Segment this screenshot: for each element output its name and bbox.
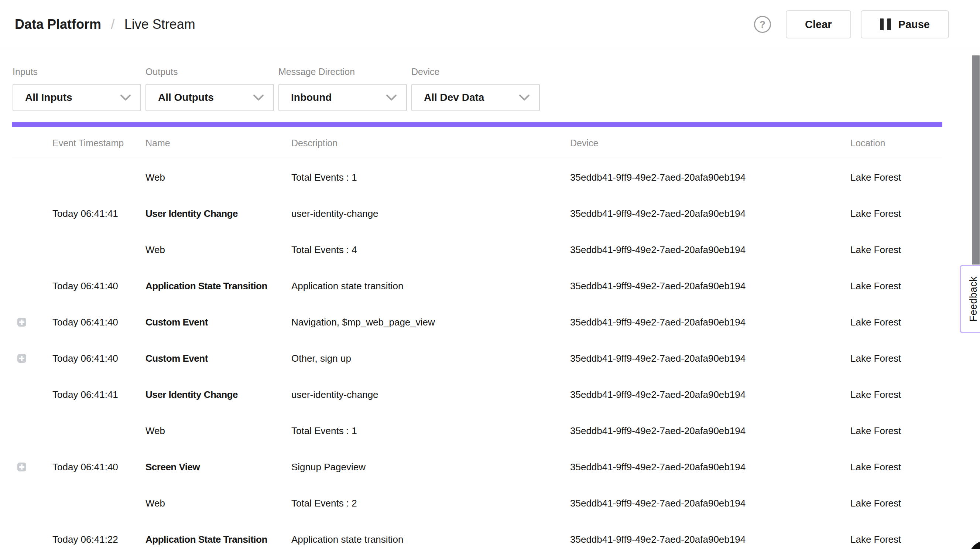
table-row[interactable]: Web Total Events : 2 35eddb41-9ff9-49e2-…	[12, 485, 942, 521]
table-row[interactable]: Web Total Events : 1 35eddb41-9ff9-49e2-…	[12, 413, 942, 449]
breadcrumb: Data Platform / Live Stream	[15, 17, 195, 32]
expand-plus-icon[interactable]	[18, 354, 26, 363]
event-location-cell: Lake Forest	[850, 461, 942, 473]
column-header-device: Device	[570, 138, 850, 148]
event-description-cell: Total Events : 1	[291, 425, 570, 437]
event-name-cell: Web	[145, 172, 291, 183]
event-description-cell: Total Events : 2	[291, 498, 570, 509]
table-row[interactable]: Today 06:41:40 Application State Transit…	[12, 268, 942, 304]
event-device-cell: 35eddb41-9ff9-49e2-7aed-20afa90eb194	[570, 389, 850, 401]
event-description-cell: Navigation, $mp_web_page_view	[291, 317, 570, 328]
header-actions: ? Clear Pause	[754, 10, 949, 38]
event-timestamp-cell: Today 06:41:40	[52, 353, 145, 364]
event-description-cell: Total Events : 4	[291, 244, 570, 256]
device-dropdown[interactable]: All Dev Data	[411, 84, 540, 111]
message-direction-dropdown[interactable]: Inbound	[278, 84, 407, 111]
breadcrumb-data-platform[interactable]: Data Platform	[15, 17, 101, 32]
expand-cell	[12, 318, 52, 327]
event-name-cell: Custom Event	[145, 353, 291, 364]
column-header-event-timestamp: Event Timestamp	[52, 138, 145, 148]
event-name-cell: Screen View	[145, 461, 291, 473]
table-row[interactable]: Web Total Events : 4 35eddb41-9ff9-49e2-…	[12, 231, 942, 268]
event-timestamp-cell: Today 06:41:40	[52, 461, 145, 473]
filter-device: Device All Dev Data	[411, 49, 540, 111]
device-dropdown-value: All Dev Data	[424, 92, 484, 104]
event-location-cell: Lake Forest	[850, 353, 942, 364]
chevron-down-icon	[120, 94, 131, 101]
event-device-cell: 35eddb41-9ff9-49e2-7aed-20afa90eb194	[570, 208, 850, 219]
outputs-dropdown[interactable]: All Outputs	[145, 84, 274, 111]
scrollbar-thumb[interactable]	[972, 56, 980, 265]
event-name-cell: Application State Transition	[145, 534, 291, 545]
event-device-cell: 35eddb41-9ff9-49e2-7aed-20afa90eb194	[570, 244, 850, 256]
table-row[interactable]: Today 06:41:41 User Identity Change user…	[12, 377, 942, 413]
message-direction-dropdown-value: Inbound	[291, 92, 332, 104]
event-location-cell: Lake Forest	[850, 317, 942, 328]
pause-icon	[880, 19, 891, 30]
chat-launcher-icon[interactable]	[968, 540, 980, 549]
filter-inputs: Inputs All Inputs	[13, 49, 141, 111]
pause-button-label: Pause	[898, 19, 930, 31]
event-device-cell: 35eddb41-9ff9-49e2-7aed-20afa90eb194	[570, 172, 850, 183]
inputs-dropdown[interactable]: All Inputs	[13, 84, 141, 111]
event-name-cell: Web	[145, 425, 291, 437]
chevron-down-icon	[386, 94, 396, 101]
table-header-row: Event Timestamp Name Description Device …	[12, 127, 942, 159]
filter-inputs-label: Inputs	[13, 67, 141, 78]
event-description-cell: user-identity-change	[291, 208, 570, 219]
event-name-cell: Web	[145, 498, 291, 509]
event-name-cell: User Identity Change	[145, 208, 291, 219]
column-header-description: Description	[291, 138, 570, 148]
filter-device-label: Device	[411, 67, 540, 78]
event-description-cell: Total Events : 1	[291, 172, 570, 183]
chevron-down-icon	[253, 94, 264, 101]
help-icon[interactable]: ?	[754, 16, 771, 33]
feedback-tab-label: Feedback	[968, 276, 979, 322]
event-description-cell: Application state transition	[291, 534, 570, 545]
event-location-cell: Lake Forest	[850, 172, 942, 183]
event-device-cell: 35eddb41-9ff9-49e2-7aed-20afa90eb194	[570, 461, 850, 473]
table-row[interactable]: Today 06:41:40 Screen View Signup Pagevi…	[12, 449, 942, 485]
event-location-cell: Lake Forest	[850, 389, 942, 401]
top-bar: Data Platform / Live Stream ? Clear Paus…	[0, 0, 980, 49]
outputs-dropdown-value: All Outputs	[158, 92, 214, 104]
event-timestamp-cell: Today 06:41:22	[52, 534, 145, 545]
table-row[interactable]: Web Total Events : 1 35eddb41-9ff9-49e2-…	[12, 159, 942, 195]
event-device-cell: 35eddb41-9ff9-49e2-7aed-20afa90eb194	[570, 425, 850, 437]
event-timestamp-cell: Today 06:41:40	[52, 281, 145, 292]
expand-cell	[12, 354, 52, 363]
event-description-cell: Other, sign up	[291, 353, 570, 364]
event-device-cell: 35eddb41-9ff9-49e2-7aed-20afa90eb194	[570, 534, 850, 545]
page-title: Live Stream	[124, 17, 195, 32]
event-location-cell: Lake Forest	[850, 498, 942, 509]
event-description-cell: Application state transition	[291, 281, 570, 292]
pause-button[interactable]: Pause	[861, 10, 949, 38]
event-location-cell: Lake Forest	[850, 534, 942, 545]
inputs-dropdown-value: All Inputs	[25, 92, 72, 104]
expand-plus-icon[interactable]	[18, 318, 26, 327]
chevron-down-icon	[519, 94, 530, 101]
table-row[interactable]: Today 06:41:22 Application State Transit…	[12, 521, 942, 549]
event-device-cell: 35eddb41-9ff9-49e2-7aed-20afa90eb194	[570, 353, 850, 364]
event-timestamp-cell: Today 06:41:41	[52, 208, 145, 219]
stream-progress-bar	[12, 122, 942, 127]
filter-message-direction: Message Direction Inbound	[278, 49, 407, 111]
filter-outputs: Outputs All Outputs	[145, 49, 274, 111]
event-name-cell: Web	[145, 244, 291, 256]
table-row[interactable]: Today 06:41:41 User Identity Change user…	[12, 195, 942, 231]
table-row[interactable]: Today 06:41:40 Custom Event Other, sign …	[12, 340, 942, 377]
table-row[interactable]: Today 06:41:40 Custom Event Navigation, …	[12, 304, 942, 340]
event-location-cell: Lake Forest	[850, 208, 942, 219]
clear-button[interactable]: Clear	[786, 10, 851, 38]
event-location-cell: Lake Forest	[850, 244, 942, 256]
event-location-cell: Lake Forest	[850, 425, 942, 437]
filter-outputs-label: Outputs	[145, 67, 274, 78]
event-device-cell: 35eddb41-9ff9-49e2-7aed-20afa90eb194	[570, 317, 850, 328]
event-description-cell: Signup Pageview	[291, 461, 570, 473]
expand-plus-icon[interactable]	[18, 463, 26, 471]
event-name-cell: User Identity Change	[145, 389, 291, 401]
expand-cell	[12, 463, 52, 471]
column-header-location: Location	[850, 138, 942, 148]
event-location-cell: Lake Forest	[850, 281, 942, 292]
feedback-tab[interactable]: Feedback	[960, 265, 980, 333]
